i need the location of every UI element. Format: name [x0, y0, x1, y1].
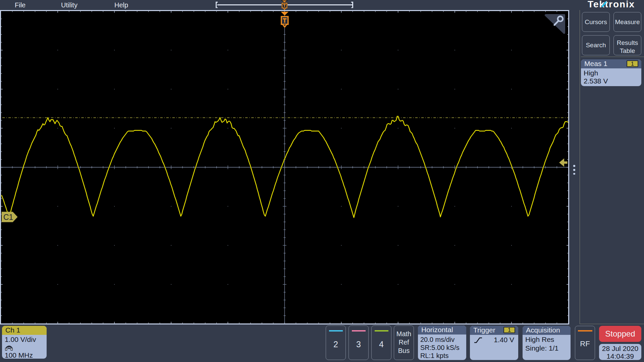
svg-text:C1: C1: [3, 213, 13, 222]
